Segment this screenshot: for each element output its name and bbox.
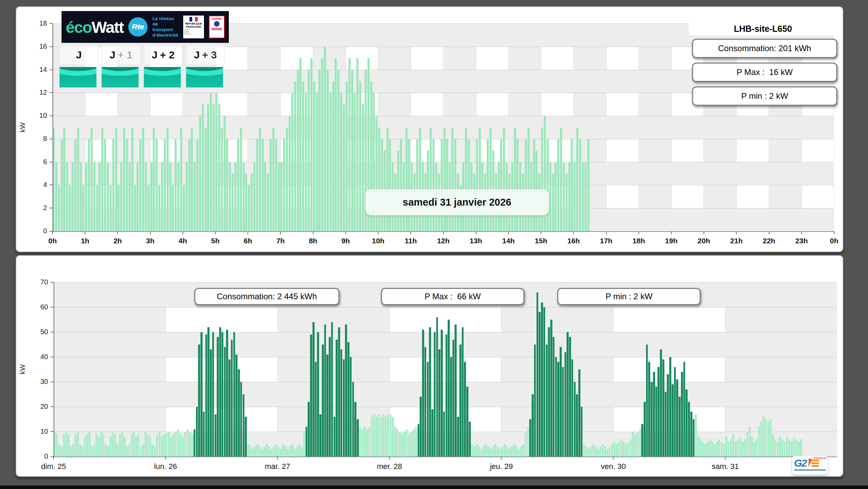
x-tick (736, 231, 737, 234)
rte-logo-icon: Rte (128, 17, 148, 37)
x-tick (541, 231, 541, 234)
bar (252, 449, 254, 457)
bar (233, 332, 235, 457)
tab-label-j: J (194, 49, 200, 61)
bar (275, 444, 277, 457)
bar (228, 359, 231, 457)
republique-francaise-logo: RÉPUBLIQUE FRANÇAISE Liberté Égalité Fra… (183, 16, 204, 38)
plot-cell (215, 93, 248, 116)
bar (238, 369, 240, 457)
bar (161, 436, 163, 457)
bar (72, 162, 74, 231)
bar (232, 173, 234, 231)
y-tick (49, 69, 53, 70)
bar (534, 345, 536, 457)
bar (354, 93, 356, 231)
bar (585, 446, 587, 457)
bar (791, 442, 793, 457)
bar (196, 139, 198, 231)
x-tick-label: lun. 26 (154, 462, 177, 471)
x-tick (248, 231, 248, 234)
x-tick-label: 15h (535, 237, 547, 245)
plot-cell (639, 185, 671, 208)
ecowatt-forecast-image[interactable] (102, 67, 139, 87)
x-tick (85, 231, 85, 234)
bar (202, 104, 204, 231)
bar (273, 446, 275, 457)
bar (240, 128, 242, 232)
bar (63, 434, 65, 457)
bar (213, 104, 215, 231)
gridline (54, 332, 837, 332)
bar (319, 414, 321, 457)
site-title: LHB-site-L650 (689, 22, 837, 35)
ecowatt-tab-j[interactable]: J (59, 45, 98, 87)
bar (116, 444, 119, 457)
bar (501, 446, 503, 457)
bar (644, 402, 646, 457)
ecowatt-tab-j-plus-1[interactable]: J+ 1 (102, 45, 140, 87)
plot-cell (639, 47, 671, 70)
tab-label-offset: + 3 (202, 49, 217, 61)
bar (215, 93, 217, 231)
bar (618, 442, 620, 457)
bar (769, 419, 772, 457)
bar (487, 139, 489, 231)
bar (120, 162, 122, 231)
bar (730, 439, 732, 457)
bar (387, 414, 389, 457)
bar (492, 446, 494, 457)
ecowatt-forecast-image[interactable] (186, 67, 223, 87)
bar (156, 139, 158, 231)
weekly-pmax-box: P Max : 66 kW (381, 288, 524, 305)
x-tick (834, 231, 834, 234)
bar (101, 128, 103, 232)
y-tick-label: 60 (27, 303, 48, 311)
y-tick (50, 332, 54, 332)
bar (697, 436, 699, 457)
bar (532, 394, 534, 457)
bar (282, 444, 284, 457)
bar (592, 444, 595, 457)
bar (651, 382, 653, 457)
ecowatt-tab-j-plus-3[interactable]: J+ 3 (186, 45, 225, 87)
bar (340, 349, 343, 457)
tab-label[interactable]: J (59, 45, 98, 65)
bar (443, 412, 445, 457)
bar (167, 128, 169, 232)
bar (175, 139, 177, 231)
x-tick (53, 457, 54, 460)
bar (145, 162, 147, 231)
bar (392, 417, 394, 457)
tab-label[interactable]: J+ 2 (144, 45, 183, 65)
bar (606, 449, 608, 457)
bar (93, 444, 95, 457)
bar (219, 327, 221, 457)
ecowatt-forecast-image[interactable] (144, 67, 181, 87)
bar (82, 185, 84, 231)
bar (527, 427, 529, 457)
bar (604, 446, 606, 457)
x-tick (613, 457, 614, 460)
bar (336, 340, 338, 457)
bar (620, 439, 623, 457)
bar (424, 347, 427, 457)
bar (490, 449, 492, 457)
bar (683, 362, 685, 457)
bar (597, 449, 599, 457)
tab-label[interactable]: J+ 1 (102, 45, 140, 65)
bar (560, 347, 562, 457)
bar (100, 432, 102, 457)
bar (99, 162, 101, 231)
bar (520, 446, 522, 457)
bar (142, 444, 144, 457)
bar (613, 442, 615, 457)
tab-label-j: J (152, 49, 158, 61)
tab-label[interactable]: J+ 3 (186, 45, 225, 65)
ecowatt-forecast-image[interactable] (59, 67, 96, 87)
ademe-logo: ADEME (209, 16, 225, 38)
plot-cell (53, 139, 85, 162)
ecowatt-tab-j-plus-2[interactable]: J+ 2 (144, 45, 183, 87)
plot-cell (769, 185, 802, 208)
x-tick (345, 231, 346, 234)
